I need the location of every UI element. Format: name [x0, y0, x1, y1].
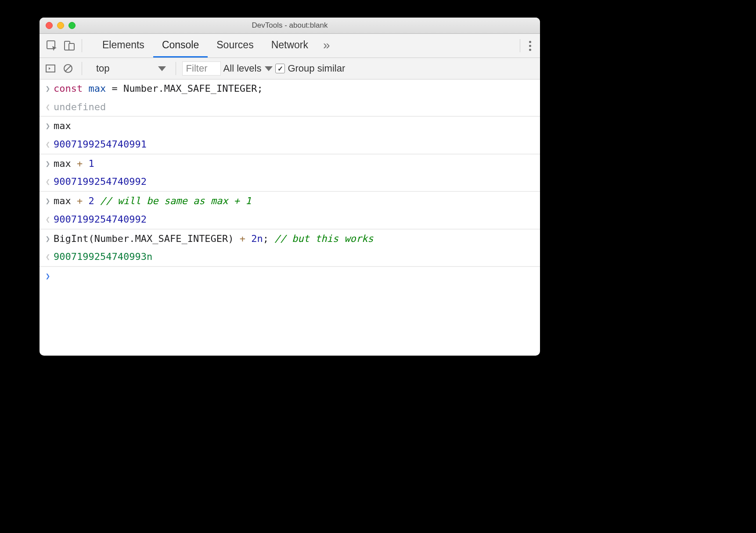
output-chevron-icon: ❮	[42, 101, 54, 112]
clear-console-icon[interactable]	[61, 61, 76, 76]
tab-label: Network	[271, 39, 308, 51]
console-output-row: ❮9007199254740991	[40, 135, 540, 154]
tab-label: Elements	[102, 39, 144, 51]
input-chevron-icon: ❯	[42, 232, 54, 244]
output-chevron-icon: ❮	[42, 213, 54, 225]
minimize-window-button[interactable]	[57, 22, 64, 29]
input-chevron-icon: ❯	[42, 119, 54, 131]
kebab-icon	[529, 41, 531, 43]
inspect-element-icon[interactable]	[43, 37, 61, 54]
output-chevron-icon: ❮	[42, 175, 54, 187]
console-prompt-row: ❯	[40, 266, 540, 284]
tab-sources[interactable]: Sources	[208, 34, 262, 58]
group-similar-label: Group similar	[288, 63, 345, 74]
console-input-row: ❯const max = Number.MAX_SAFE_INTEGER;	[40, 79, 540, 98]
window-controls	[40, 22, 76, 29]
console-output-row: ❮9007199254740992	[40, 210, 540, 229]
console-code: max + 1	[54, 157, 536, 170]
console-code: 9007199254740992	[54, 213, 536, 226]
console-output-row: ❮9007199254740992	[40, 173, 540, 191]
console-output-row: ❮9007199254740993n	[40, 248, 540, 266]
svg-line-5	[65, 66, 71, 71]
console-code: const max = Number.MAX_SAFE_INTEGER;	[54, 82, 536, 95]
context-selector[interactable]: top	[93, 61, 169, 76]
console-input-row: ❯max + 2 // will be same as max + 1	[40, 191, 540, 210]
close-window-button[interactable]	[46, 22, 53, 29]
titlebar: DevTools - about:blank	[40, 18, 540, 34]
toggle-console-sidebar-icon[interactable]	[43, 61, 58, 76]
console-output[interactable]: ❯const max = Number.MAX_SAFE_INTEGER;❮un…	[40, 79, 540, 356]
chevron-down-icon	[158, 66, 166, 71]
group-similar-checkbox[interactable]: ✓	[275, 64, 285, 73]
chevron-right-double-icon: »	[323, 38, 330, 52]
svg-rect-2	[69, 43, 74, 50]
console-output-row: ❮undefined	[40, 98, 540, 117]
tab-label: Console	[162, 39, 199, 51]
console-code: max + 2 // will be same as max + 1	[54, 194, 536, 208]
output-chevron-icon: ❮	[42, 250, 54, 262]
more-tabs-button[interactable]: »	[317, 34, 336, 58]
devtools-window: DevTools - about:blank Elements Console …	[40, 18, 540, 356]
console-code: 9007199254740993n	[54, 250, 536, 263]
output-chevron-icon: ❮	[42, 138, 54, 150]
console-code: 9007199254740992	[54, 175, 536, 188]
context-label: top	[96, 63, 110, 74]
prompt-chevron-icon: ❯	[42, 270, 54, 281]
devtools-toolbar: Elements Console Sources Network »	[40, 34, 540, 58]
tab-elements[interactable]: Elements	[94, 34, 153, 58]
devtools-tabs: Elements Console Sources Network »	[94, 34, 336, 58]
log-level-selector[interactable]: All levels	[223, 63, 273, 74]
console-code: 9007199254740991	[54, 138, 536, 151]
console-input-row: ❯max + 1	[40, 154, 540, 173]
levels-label: All levels	[223, 63, 262, 74]
input-chevron-icon: ❯	[42, 194, 54, 206]
console-code: max	[54, 119, 536, 133]
input-chevron-icon: ❯	[42, 82, 54, 94]
zoom-window-button[interactable]	[68, 22, 76, 29]
console-input-row: ❯max	[40, 116, 540, 135]
chevron-down-icon	[265, 66, 273, 71]
filter-input[interactable]: Filter	[182, 61, 221, 76]
separator	[82, 62, 82, 75]
console-code: BigInt(Number.MAX_SAFE_INTEGER) + 2n; //…	[54, 232, 536, 245]
tab-console[interactable]: Console	[153, 34, 208, 58]
separator	[82, 39, 82, 52]
window-title: DevTools - about:blank	[40, 21, 540, 30]
input-chevron-icon: ❯	[42, 157, 54, 169]
separator	[520, 39, 520, 52]
console-input-row: ❯BigInt(Number.MAX_SAFE_INTEGER) + 2n; /…	[40, 229, 540, 248]
console-filterbar: top Filter All levels ✓ Group similar	[40, 58, 540, 79]
device-toolbar-icon[interactable]	[61, 37, 78, 54]
devtools-menu-button[interactable]	[524, 39, 536, 53]
separator	[176, 62, 176, 75]
console-code: undefined	[54, 101, 536, 114]
tab-label: Sources	[216, 39, 253, 51]
tab-network[interactable]: Network	[263, 34, 317, 58]
